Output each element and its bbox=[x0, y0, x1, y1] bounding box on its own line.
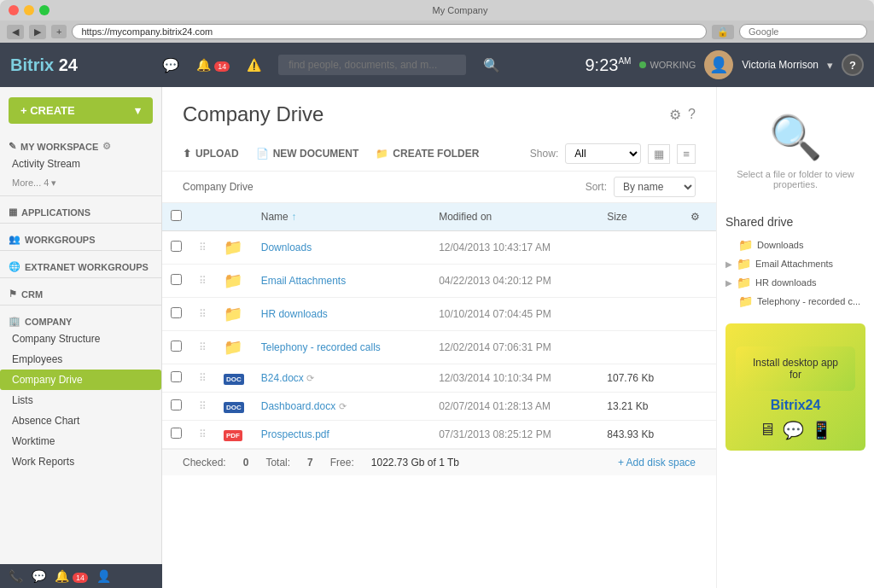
sidebar-item-activity-stream[interactable]: Activity Stream bbox=[0, 154, 161, 174]
company-icon: 🏢 bbox=[9, 316, 20, 327]
file-name[interactable]: Telephony - recorded calls bbox=[253, 331, 430, 364]
avatar: 👤 bbox=[704, 50, 733, 79]
back-button[interactable]: ◀ bbox=[7, 25, 24, 39]
minimize-button[interactable] bbox=[24, 5, 34, 15]
shared-drive-item[interactable]: 📁 Telephony - recorded c... bbox=[725, 292, 865, 311]
bell-bottom-icon[interactable]: 🔔 14 bbox=[55, 569, 88, 583]
maximize-button[interactable] bbox=[39, 5, 50, 15]
upload-button[interactable]: ⬆ UPLOAD bbox=[183, 148, 239, 160]
person-bottom-icon[interactable]: 👤 bbox=[96, 569, 111, 583]
address-input[interactable] bbox=[72, 24, 707, 39]
new-document-button[interactable]: 📄 NEW DOCUMENT bbox=[256, 148, 359, 160]
forward-button[interactable]: ▶ bbox=[29, 25, 46, 39]
create-button[interactable]: + CREATE ▾ bbox=[9, 97, 153, 124]
file-name[interactable]: B24.docx ⟳ bbox=[253, 364, 430, 393]
row-checkbox[interactable] bbox=[171, 241, 182, 252]
row-checkbox[interactable] bbox=[171, 341, 182, 352]
shared-folder-icon: 📁 bbox=[738, 238, 753, 252]
my-workspace-section: ✎ MY WORKSPACE ⚙ bbox=[0, 134, 161, 154]
sidebar-divider-3 bbox=[0, 250, 161, 251]
shared-drive-item[interactable]: 📁 Downloads bbox=[725, 236, 865, 254]
list-view-button[interactable]: ≡ bbox=[677, 144, 696, 164]
sidebar-item-company-drive[interactable]: Company Drive bbox=[0, 370, 161, 390]
browser-search-input[interactable] bbox=[739, 24, 867, 39]
row-checkbox[interactable] bbox=[171, 399, 182, 410]
ssl-button[interactable]: 🔒 bbox=[712, 25, 734, 39]
expand-icon: ▶ bbox=[725, 259, 732, 269]
drag-handle-icon[interactable]: ⠿ bbox=[199, 372, 207, 384]
search-icon[interactable]: 🔍 bbox=[483, 57, 500, 73]
row-checkbox[interactable] bbox=[171, 274, 182, 285]
drag-handle-icon[interactable]: ⠿ bbox=[199, 428, 207, 440]
breadcrumb-bar: Company Drive Sort: By name By date By s… bbox=[162, 172, 716, 203]
table-settings-icon[interactable]: ⚙ bbox=[690, 211, 700, 223]
add-disk-space-link[interactable]: + Add disk space bbox=[618, 457, 696, 469]
sidebar-item-company-structure[interactable]: Company Structure bbox=[0, 329, 161, 349]
notifications-icon[interactable]: 🔔 14 bbox=[196, 58, 230, 72]
shared-drive-item[interactable]: ▶ 📁 HR downloads bbox=[725, 273, 865, 292]
sort-select[interactable]: By name By date By size bbox=[614, 177, 696, 197]
refresh-button[interactable]: + bbox=[51, 25, 67, 38]
sidebar-item-lists[interactable]: Lists bbox=[0, 390, 161, 410]
drag-handle-icon[interactable]: ⠿ bbox=[199, 400, 207, 412]
chevron-down-icon[interactable]: ▾ bbox=[827, 59, 833, 72]
shared-folder-icon: 📁 bbox=[738, 294, 753, 308]
chat-icon[interactable]: 💬 bbox=[162, 57, 179, 73]
drag-handle-icon[interactable]: ⠿ bbox=[199, 341, 207, 353]
file-name[interactable]: Downloads bbox=[253, 231, 430, 265]
row-checkbox[interactable] bbox=[171, 371, 182, 382]
ad-banner: Install desktop app for Bitrix24 🖥 💬 📱 bbox=[725, 323, 865, 451]
close-button[interactable] bbox=[9, 5, 19, 15]
file-table: Name ↑ Modified on Size ⚙ ⠿ 📁 Downloads … bbox=[162, 203, 716, 449]
shared-drive-item[interactable]: ▶ 📁 Email Attachments bbox=[725, 254, 865, 273]
workgroups-section: 👥 WORKGROUPS bbox=[0, 227, 161, 247]
toolbar-right: Show: All Files Folders ▦ ≡ bbox=[530, 143, 696, 164]
applications-icon: ▦ bbox=[9, 207, 17, 218]
sidebar-item-worktime[interactable]: Worktime bbox=[0, 431, 161, 451]
workspace-icon: ✎ bbox=[9, 141, 16, 152]
sidebar-item-absence-chart[interactable]: Absence Chart bbox=[0, 410, 161, 431]
help-button[interactable]: ? bbox=[842, 54, 864, 76]
drag-handle-icon[interactable]: ⠿ bbox=[199, 242, 207, 253]
sidebar-item-work-reports[interactable]: Work Reports bbox=[0, 451, 161, 472]
drag-handle-icon[interactable]: ⠿ bbox=[199, 308, 207, 320]
chat-bottom-icon[interactable]: 💬 bbox=[32, 569, 46, 583]
file-modified: 07/31/2013 08:25:12 PM bbox=[430, 421, 598, 449]
applications-section: ▦ APPLICATIONS bbox=[0, 200, 161, 219]
file-modified: 02/07/2014 01:28:13 AM bbox=[430, 393, 598, 421]
global-search-input[interactable] bbox=[278, 55, 466, 75]
file-name[interactable]: Email Attachments bbox=[253, 265, 430, 298]
row-checkbox[interactable] bbox=[171, 307, 182, 318]
file-size: 843.93 Kb bbox=[598, 421, 681, 449]
sidebar-item-employees[interactable]: Employees bbox=[0, 349, 161, 370]
company-section: 🏢 COMPANY bbox=[0, 309, 161, 329]
create-folder-button[interactable]: 📁 CREATE FOLDER bbox=[376, 148, 479, 160]
alert-icon[interactable]: ⚠️ bbox=[247, 58, 261, 72]
username-display[interactable]: Victoria Morrison bbox=[742, 59, 819, 71]
drag-handle-icon[interactable]: ⠿ bbox=[199, 275, 207, 287]
total-value: 7 bbox=[307, 457, 313, 469]
select-all-checkbox[interactable] bbox=[171, 210, 182, 221]
phone-icon[interactable]: 📞 bbox=[9, 569, 23, 583]
working-dot bbox=[639, 61, 646, 68]
file-toolbar: ⬆ UPLOAD 📄 NEW DOCUMENT 📁 CREATE FOLDER … bbox=[162, 137, 716, 172]
file-name[interactable]: HR downloads bbox=[253, 298, 430, 331]
show-select[interactable]: All Files Folders bbox=[565, 143, 641, 164]
file-modified: 12/02/2014 07:06:31 PM bbox=[430, 331, 598, 364]
file-name[interactable]: Prospectus.pdf bbox=[253, 421, 430, 449]
settings-button[interactable]: ⚙ bbox=[669, 107, 681, 123]
working-status[interactable]: WORKING bbox=[639, 60, 696, 70]
help-page-button[interactable]: ? bbox=[688, 107, 696, 123]
sidebar-more-button[interactable]: More... 4 ▾ bbox=[0, 174, 161, 192]
file-size bbox=[598, 265, 681, 298]
sidebar: + CREATE ▾ ✎ MY WORKSPACE ⚙ Activity Str… bbox=[0, 87, 162, 588]
shared-folder-icon: 📁 bbox=[737, 276, 751, 289]
grid-view-button[interactable]: ▦ bbox=[648, 144, 670, 164]
free-value: 1022.73 Gb of 1 Tb bbox=[371, 457, 459, 469]
workspace-gear-icon[interactable]: ⚙ bbox=[102, 141, 111, 152]
file-modified: 12/04/2013 10:43:17 AM bbox=[430, 231, 598, 265]
chat-ad-icon: 💬 bbox=[783, 420, 804, 440]
file-name[interactable]: Dashboard.docx ⟳ bbox=[253, 393, 430, 421]
folder-icon: 📁 bbox=[224, 339, 242, 356]
row-checkbox[interactable] bbox=[171, 428, 182, 439]
